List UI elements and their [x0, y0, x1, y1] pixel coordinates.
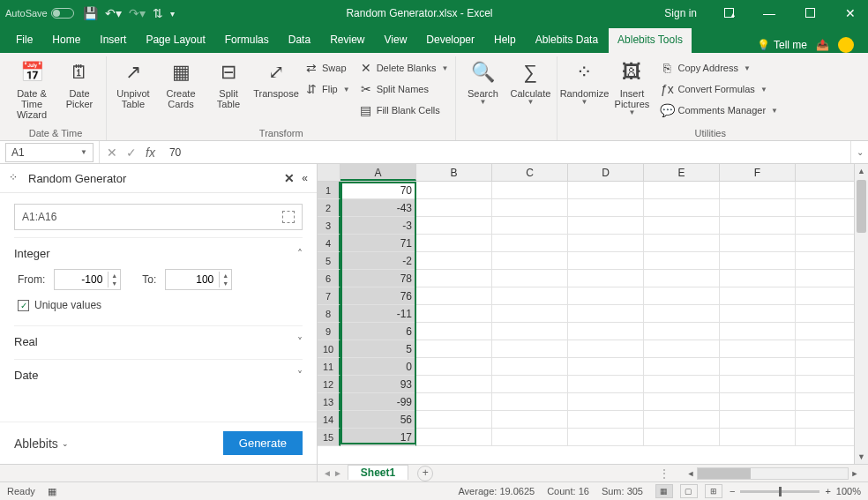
autosave-toggle[interactable]: AutoSave	[5, 8, 74, 19]
from-input[interactable]: ▲▼	[54, 269, 121, 290]
cell[interactable]: 70	[340, 182, 416, 199]
search-button[interactable]: 🔍Search▼	[460, 56, 505, 125]
cell[interactable]	[644, 270, 720, 287]
cell[interactable]	[568, 235, 644, 252]
to-field[interactable]	[166, 273, 219, 286]
pane-close-button[interactable]: ✕	[284, 171, 295, 185]
cell[interactable]: -11	[340, 305, 416, 323]
zoom-slider[interactable]	[740, 490, 819, 493]
row-header[interactable]: 5	[318, 252, 340, 270]
cell[interactable]	[568, 376, 644, 393]
cell[interactable]	[720, 287, 796, 305]
cell[interactable]	[720, 305, 796, 323]
cell[interactable]	[568, 305, 644, 323]
from-field[interactable]	[55, 273, 108, 286]
cell[interactable]: -43	[340, 199, 416, 217]
cell[interactable]	[568, 270, 644, 287]
randomize-button[interactable]: ⁘Randomize▼	[561, 56, 607, 125]
tab-ablebits-data[interactable]: Ablebits Data	[527, 28, 607, 53]
cell[interactable]: -3	[340, 217, 416, 235]
cell[interactable]	[492, 305, 568, 323]
date-time-wizard-button[interactable]: 📅Date &Time Wizard	[9, 56, 55, 125]
share-icon[interactable]: 📤	[816, 39, 829, 51]
cell[interactable]	[492, 199, 568, 217]
cell[interactable]	[568, 358, 644, 376]
formula-accept-icon[interactable]: ✓	[126, 146, 137, 160]
feedback-icon[interactable]	[838, 37, 854, 53]
tab-review[interactable]: Review	[321, 28, 373, 53]
cell[interactable]	[492, 323, 568, 340]
cell[interactable]	[416, 305, 492, 323]
vertical-scrollbar[interactable]: ▲ ▼	[854, 164, 868, 464]
column-header[interactable]: E	[644, 164, 720, 181]
cell[interactable]	[416, 270, 492, 287]
undo-icon[interactable]: ↶▾	[105, 6, 122, 20]
cell[interactable]	[492, 270, 568, 287]
cell[interactable]	[644, 287, 720, 305]
cell[interactable]	[720, 358, 796, 376]
convert-formulas-button[interactable]: ƒxConvert Formulas▼	[660, 79, 778, 99]
section-real-header[interactable]: Real ˅	[14, 335, 303, 348]
unpivot-table-button[interactable]: ↗UnpivotTable	[110, 56, 156, 125]
close-button[interactable]: ✕	[838, 6, 863, 20]
flip-button[interactable]: ⇵Flip▼	[304, 79, 350, 99]
cell[interactable]	[492, 376, 568, 393]
range-input[interactable]: A1:A16	[14, 204, 303, 230]
cell[interactable]	[568, 393, 644, 411]
cell[interactable]	[644, 199, 720, 217]
add-sheet-button[interactable]: +	[417, 466, 433, 481]
formula-cancel-icon[interactable]: ✕	[107, 146, 117, 160]
zoom-in-button[interactable]: +	[825, 486, 830, 496]
cell[interactable]	[416, 340, 492, 358]
cell[interactable]	[416, 287, 492, 305]
cell[interactable]	[492, 235, 568, 252]
cell[interactable]	[492, 393, 568, 411]
cell[interactable]	[492, 182, 568, 199]
column-header[interactable]: A	[340, 164, 416, 181]
formula-expand-icon[interactable]: ⌄	[850, 141, 868, 163]
page-layout-view-button[interactable]: ▢	[680, 484, 698, 498]
select-all-corner[interactable]	[318, 164, 340, 181]
cell[interactable]	[492, 411, 568, 429]
swap-button[interactable]: ⇄Swap	[304, 58, 350, 78]
section-integer-header[interactable]: Integer ˄	[14, 247, 303, 260]
tab-developer[interactable]: Developer	[417, 28, 483, 53]
cell[interactable]	[644, 305, 720, 323]
cell[interactable]	[416, 393, 492, 411]
cell[interactable]	[416, 199, 492, 217]
row-header[interactable]: 10	[318, 340, 340, 358]
cell[interactable]: 76	[340, 287, 416, 305]
row-header[interactable]: 2	[318, 199, 340, 217]
redo-icon[interactable]: ↷▾	[129, 6, 146, 20]
cell[interactable]	[644, 340, 720, 358]
transpose-button[interactable]: ⤢Transpose	[253, 56, 299, 125]
cell[interactable]: -99	[340, 393, 416, 411]
cell[interactable]	[720, 340, 796, 358]
cell[interactable]: -2	[340, 252, 416, 270]
unique-values-checkbox[interactable]: ✓ Unique values	[18, 299, 299, 311]
cell[interactable]	[492, 217, 568, 235]
tab-view[interactable]: View	[376, 28, 416, 53]
column-header[interactable]: B	[416, 164, 492, 181]
name-box[interactable]: A1 ▼	[5, 143, 94, 162]
cell[interactable]: 17	[340, 429, 416, 446]
cell[interactable]	[416, 411, 492, 429]
cell[interactable]	[416, 358, 492, 376]
scroll-down-icon[interactable]: ▼	[855, 450, 868, 464]
hscroll-left-icon[interactable]: ◄	[685, 469, 697, 478]
sort-icon[interactable]: ⇅	[153, 6, 163, 20]
row-header[interactable]: 13	[318, 393, 340, 411]
cell[interactable]	[492, 252, 568, 270]
cell[interactable]	[568, 199, 644, 217]
column-header[interactable]: D	[568, 164, 644, 181]
cell[interactable]: 5	[340, 340, 416, 358]
tab-file[interactable]: File	[7, 28, 41, 53]
spreadsheet-grid[interactable]: ABCDEF 1702-433-34715-26787768-119610511…	[318, 164, 868, 464]
cell[interactable]	[416, 217, 492, 235]
tab-formulas[interactable]: Formulas	[216, 28, 278, 53]
calculate-button[interactable]: ∑Calculate▼	[507, 56, 553, 125]
fx-icon[interactable]: fx	[146, 146, 155, 160]
cell[interactable]	[492, 340, 568, 358]
section-date-header[interactable]: Date ˅	[14, 369, 303, 382]
cell[interactable]	[720, 393, 796, 411]
